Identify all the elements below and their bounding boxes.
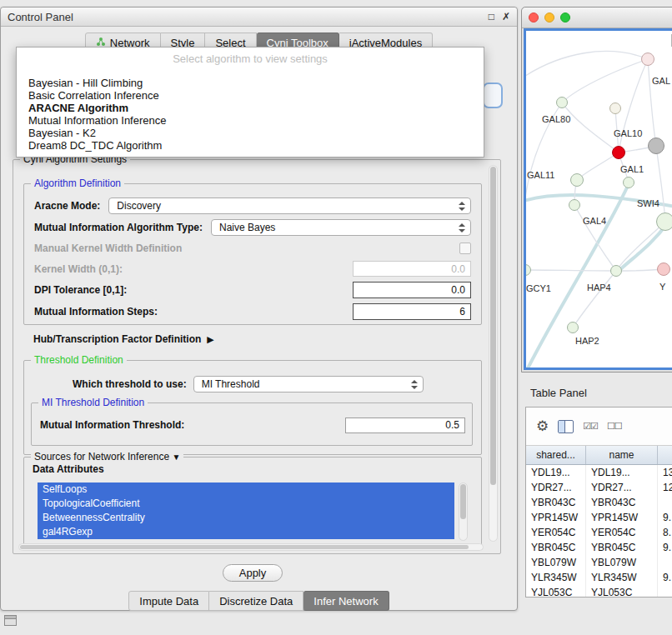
mi-type-row: Mutual Information Algorithm Type: Naive… xyxy=(24,217,481,238)
network-node[interactable] xyxy=(556,97,568,108)
algorithm-option[interactable]: Dream8 DC_TDC Algorithm xyxy=(17,139,484,152)
table-row[interactable]: YLR345WYLR345W9. xyxy=(526,570,672,585)
network-canvas[interactable]: GALGAL80GAL10GAL11GAL1SWI4GAL4GCY1HAP4YH… xyxy=(526,31,672,368)
data-attributes-list: SelfLoops TopologicalCoefficient Between… xyxy=(38,482,454,541)
mi-steps-field[interactable] xyxy=(353,303,471,320)
hub-definition-expander[interactable]: Hub/Transcription Factor Definition ▶ xyxy=(33,333,214,345)
which-threshold-label: Which threshold to use: xyxy=(73,378,187,390)
sources-title-text[interactable]: Sources for Network Inference xyxy=(34,451,169,462)
data-attributes-label: Data Attributes xyxy=(33,463,104,475)
table-cell: 9. xyxy=(658,570,672,585)
network-node[interactable] xyxy=(609,102,621,114)
attribute-item[interactable]: TopologicalCoefficient xyxy=(38,497,454,511)
which-threshold-row: Which threshold to use: MI Threshold xyxy=(24,373,481,395)
settings-horizontal-scrollbar[interactable] xyxy=(18,543,484,551)
close-button[interactable] xyxy=(529,12,539,22)
tab-label: Discretize Data xyxy=(219,595,293,608)
network-node[interactable] xyxy=(610,265,622,277)
table-row[interactable]: YBR043CYBR043C xyxy=(526,495,672,510)
control-panel-title: Control Panel xyxy=(8,11,73,23)
attribute-item[interactable]: BetweennessCentrality xyxy=(38,511,454,525)
network-node-label: GAL10 xyxy=(614,128,642,138)
manual-kernel-checkbox[interactable] xyxy=(459,242,471,254)
table-cell: YBR045C xyxy=(526,540,586,555)
table-cell: YBR043C xyxy=(526,495,586,510)
algorithm-option-selected[interactable]: ARACNE Algorithm xyxy=(17,102,484,114)
attributes-scrollbar[interactable] xyxy=(459,482,468,541)
attributes-scrollbar-thumb[interactable] xyxy=(460,484,466,519)
apply-button[interactable]: Apply xyxy=(223,564,283,582)
minimize-button[interactable] xyxy=(544,12,554,22)
tab-impute-data[interactable]: Impute Data xyxy=(128,591,209,611)
combo-arrows-icon xyxy=(411,379,418,390)
network-node[interactable] xyxy=(612,146,625,159)
attribute-item[interactable]: SelfLoops xyxy=(38,482,454,497)
table-row[interactable]: YDR27...YDR27...12 xyxy=(526,480,672,495)
table-settings-gear-icon[interactable]: ⚙ xyxy=(536,418,549,435)
tab-infer-network[interactable]: Infer Network xyxy=(303,591,389,611)
network-node[interactable] xyxy=(569,199,580,211)
table-toolbar: ⚙ ☑☑ ☐☐ xyxy=(526,408,672,446)
partially-hidden-field xyxy=(483,82,503,108)
network-node[interactable] xyxy=(648,138,664,154)
settings-hscrollbar-thumb[interactable] xyxy=(20,545,469,549)
close-panel-icon[interactable]: ✗ xyxy=(502,12,510,22)
algorithm-dropdown-popup: Select algorithm to view settings Bayesi… xyxy=(16,47,484,158)
table-row[interactable]: YBR045CYBR045C9. xyxy=(526,540,672,555)
settings-vertical-scrollbar[interactable] xyxy=(489,165,498,542)
control-panel-titlebar[interactable]: Control Panel □ ✗ xyxy=(1,8,517,27)
settings-scrollbar-thumb[interactable] xyxy=(490,167,496,485)
collapse-down-icon[interactable]: ▼ xyxy=(172,452,180,462)
table-cell: YDL19... xyxy=(586,465,658,480)
network-node[interactable] xyxy=(641,52,654,66)
network-node[interactable] xyxy=(656,212,672,231)
float-window-icon[interactable]: □ xyxy=(489,12,494,22)
algorithm-option[interactable]: Bayesian - Hill Climbing xyxy=(17,77,484,89)
threshold-definition-title: Threshold Definition xyxy=(31,354,127,366)
mi-threshold-row: Mutual Information Threshold: xyxy=(32,414,472,436)
table-cell: YPR145W xyxy=(586,510,658,525)
kernel-width-field[interactable] xyxy=(353,261,471,277)
network-node[interactable] xyxy=(657,262,670,276)
mi-threshold-field[interactable] xyxy=(345,418,465,433)
algorithm-option[interactable]: Bayesian - K2 xyxy=(17,127,484,139)
network-node[interactable] xyxy=(570,173,584,187)
aracne-mode-select[interactable]: Discovery xyxy=(108,198,471,214)
table-row[interactable]: YDL19...YDL19...13 xyxy=(526,465,672,480)
network-node-label: HAP2 xyxy=(575,336,599,346)
table-cell: YBR045C xyxy=(586,540,658,555)
network-node-label: SWI4 xyxy=(637,198,659,208)
network-node[interactable] xyxy=(567,322,579,333)
select-all-checkboxes-icon[interactable]: ☑☑ xyxy=(583,421,598,432)
table-row[interactable]: YBL079WYBL079W xyxy=(526,555,672,570)
table-cell: YPR145W xyxy=(526,510,586,525)
dpi-tolerance-field[interactable] xyxy=(353,282,471,298)
mi-type-select[interactable]: Naive Bayes xyxy=(211,219,471,236)
deselect-all-checkboxes-icon[interactable]: ☐☐ xyxy=(607,421,622,432)
mi-steps-row: Mutual Information Steps: xyxy=(24,301,481,322)
table-cell: 13 xyxy=(658,465,672,480)
table-row[interactable]: YER054CYER054C8. xyxy=(526,525,672,540)
column-header-shared-name[interactable]: shared... xyxy=(526,446,586,464)
dpi-tolerance-row: DPI Tolerance [0,1]: xyxy=(24,279,481,301)
zoom-button[interactable] xyxy=(560,12,570,22)
network-view-content: GALGAL80GAL10GAL11GAL1SWI4GAL4GCY1HAP4YH… xyxy=(524,28,672,370)
column-header-name[interactable]: name xyxy=(586,446,658,464)
which-threshold-select[interactable]: MI Threshold xyxy=(193,376,424,392)
table-row[interactable]: YJL053CYJL053C xyxy=(526,585,672,598)
threshold-definition-group: Threshold Definition Which threshold to … xyxy=(23,360,482,455)
algorithm-option[interactable]: Mutual Information Inference xyxy=(17,114,484,127)
table-header: shared... name xyxy=(526,446,672,465)
network-node[interactable] xyxy=(623,177,634,188)
combo-arrows-icon xyxy=(459,201,465,212)
network-window-titlebar[interactable] xyxy=(522,8,672,28)
column-selector-icon[interactable] xyxy=(558,420,574,433)
table-row[interactable]: YPR145WYPR145W9. xyxy=(526,510,672,525)
column-header-clipped[interactable] xyxy=(658,446,672,464)
attribute-item[interactable]: gal4RGexp xyxy=(38,525,454,539)
minimized-panel-icon[interactable] xyxy=(4,615,17,626)
table-cell: 8. xyxy=(658,525,672,540)
tab-discretize-data[interactable]: Discretize Data xyxy=(209,591,303,611)
algorithm-option[interactable]: Basic Correlation Inference xyxy=(17,89,484,102)
algorithm-placeholder: Select algorithm to view settings xyxy=(17,52,484,65)
